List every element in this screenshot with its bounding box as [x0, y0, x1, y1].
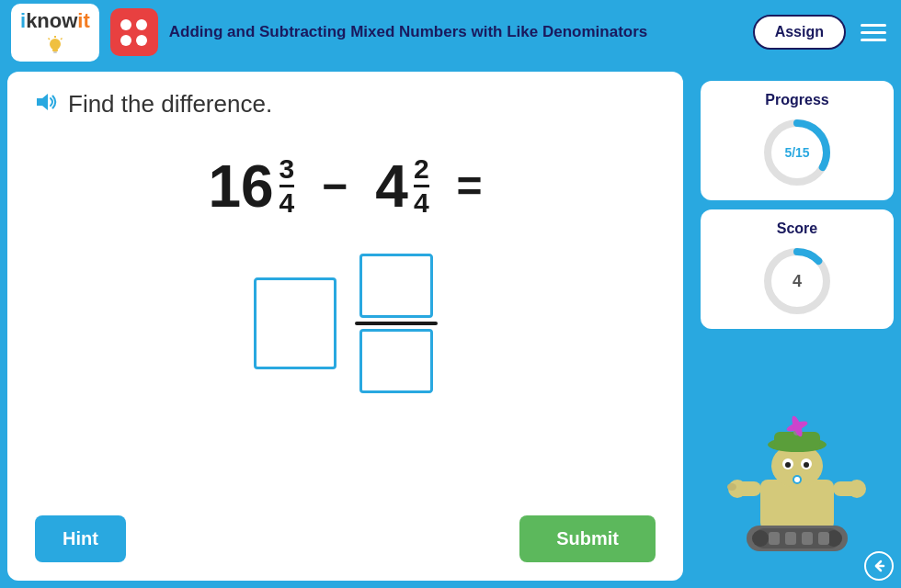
score-value: 4 [793, 272, 802, 291]
dot [120, 19, 131, 30]
main-area: Find the difference. 16 3 4 − 4 2 [0, 64, 901, 588]
whole-2: 4 [375, 157, 408, 216]
mixed-number-2: 4 2 4 [375, 155, 428, 217]
lesson-title: Adding and Subtracting Mixed Numbers wit… [169, 22, 742, 42]
dot [136, 35, 147, 46]
logo-know: know [26, 9, 77, 33]
fraction-1: 3 4 [279, 155, 295, 217]
progress-section: Progress 5/15 [701, 81, 894, 200]
hamburger-line [861, 31, 886, 34]
score-label: Score [777, 220, 817, 237]
whole-1: 16 [208, 157, 273, 216]
submit-button[interactable]: Submit [519, 515, 656, 562]
denominator-2: 4 [414, 189, 429, 217]
menu-button[interactable] [857, 20, 890, 45]
logo: iknowit [11, 4, 99, 62]
hint-button[interactable]: Hint [35, 515, 126, 562]
fraction-2: 2 4 [414, 155, 429, 217]
robot-area [719, 338, 875, 571]
answer-area [35, 254, 656, 393]
bottom-buttons: Hint Submit [35, 497, 656, 562]
question-header: Find the difference. [35, 90, 656, 119]
panel-divider [690, 72, 693, 581]
progress-circle: 5/15 [760, 116, 834, 189]
equals-sign: = [457, 161, 483, 211]
numerator-2: 2 [414, 155, 429, 183]
right-panel: Progress 5/15 Score 4 [701, 72, 894, 581]
hamburger-line [861, 24, 886, 27]
svg-point-23 [727, 483, 736, 491]
svg-rect-1 [52, 49, 58, 51]
hamburger-line [861, 39, 886, 41]
assign-button[interactable]: Assign [753, 15, 846, 50]
mixed-number-1: 16 3 4 [208, 155, 294, 217]
answer-fraction [355, 254, 438, 393]
answer-whole-input[interactable] [254, 277, 336, 369]
dice-icon [110, 8, 158, 56]
answer-fraction-bar [355, 322, 438, 325]
svg-rect-31 [802, 532, 813, 545]
logo-it: it [77, 9, 89, 33]
answer-denominator-input[interactable] [359, 329, 433, 393]
svg-point-27 [752, 530, 769, 547]
robot-character [719, 406, 875, 562]
svg-line-4 [48, 38, 50, 40]
lightbulb-icon [45, 36, 65, 56]
svg-point-16 [785, 462, 791, 468]
svg-point-0 [50, 39, 61, 50]
speaker-icon[interactable] [35, 92, 59, 118]
svg-rect-2 [53, 51, 57, 53]
denominator-1: 4 [279, 189, 295, 217]
math-problem: 16 3 4 − 4 2 4 = [35, 155, 656, 217]
progress-label: Progress [765, 92, 828, 108]
svg-point-24 [848, 480, 866, 498]
operator: − [322, 161, 348, 211]
dot [120, 35, 131, 46]
answer-numerator-input[interactable] [359, 254, 433, 318]
progress-value: 5/15 [784, 145, 809, 160]
score-circle: 4 [760, 244, 834, 318]
svg-rect-32 [818, 532, 829, 545]
question-text: Find the difference. [68, 90, 272, 119]
back-arrow-button[interactable] [864, 551, 894, 581]
svg-marker-6 [37, 94, 48, 110]
question-panel: Find the difference. 16 3 4 − 4 2 [7, 72, 683, 581]
header: iknowit Adding and Subtracting Mixed Num… [0, 0, 901, 64]
score-section: Score 4 [701, 209, 894, 329]
svg-point-19 [794, 477, 800, 482]
svg-rect-29 [769, 532, 780, 545]
svg-point-17 [804, 462, 809, 468]
svg-line-5 [61, 38, 63, 40]
dot [136, 19, 147, 30]
svg-rect-30 [785, 532, 796, 545]
numerator-1: 3 [279, 155, 295, 183]
